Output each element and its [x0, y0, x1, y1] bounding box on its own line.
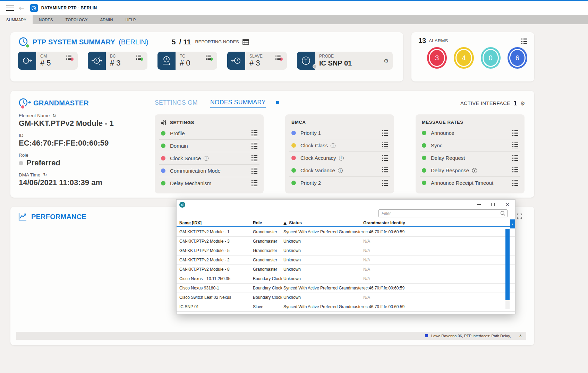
table-row[interactable]: Cisco Nexus 93180-1Boundary ClockSynced … — [177, 283, 515, 293]
close-button[interactable]: × — [505, 202, 510, 207]
list-icon[interactable] — [512, 155, 518, 161]
table-row[interactable]: GM-KKT.PTPv2 Module - 1GrandmasterSynced… — [177, 227, 515, 236]
table-row[interactable]: LK3057-V1-A-VLFWKSlaveSynced With Active… — [177, 311, 515, 314]
alarm-count: 13 — [418, 37, 426, 45]
grandmaster-card: GRANDMASTER Element Name ↻ GM-KKT.PTPv2 … — [10, 91, 534, 198]
refresh-icon[interactable]: ↻ — [43, 172, 47, 177]
alarm-value: 4 — [457, 50, 471, 66]
chevron-up-icon[interactable]: ∧ — [519, 333, 522, 338]
alarm-circle-critical[interactable]: 3 — [427, 47, 447, 69]
bmca-row[interactable]: Priority 1 — [289, 127, 390, 139]
table-row[interactable]: GM-KKT.PTPv2 Module - 5GrandmasterUnknow… — [177, 246, 515, 255]
list-icon[interactable] — [66, 55, 71, 60]
list-icon[interactable] — [275, 55, 280, 60]
column-header-role[interactable]: Role — [253, 220, 283, 225]
rate-row[interactable]: Delay Response — [420, 164, 520, 176]
rate-row[interactable]: Announce Receipt Timeout — [420, 176, 520, 189]
status-dot — [161, 181, 165, 185]
list-icon[interactable] — [136, 55, 141, 60]
list-icon[interactable] — [252, 143, 257, 149]
alarm-list-icon[interactable] — [521, 38, 527, 44]
rate-row[interactable]: Delay Request — [420, 151, 520, 164]
list-icon[interactable] — [252, 180, 257, 186]
status-dot — [161, 168, 165, 173]
refresh-icon[interactable]: ↻ — [52, 113, 56, 118]
nav-tab-nodes[interactable]: NODES — [33, 15, 59, 24]
gear-icon[interactable]: ⚙ — [520, 100, 525, 107]
setting-row[interactable]: Delay Mechanism — [159, 177, 259, 189]
scrollbar-thumb[interactable] — [505, 229, 510, 300]
summary-region: (BERLIN) — [119, 38, 148, 46]
gear-icon[interactable]: ⚙ — [384, 58, 389, 64]
chip-type-label: PROBE — [319, 54, 393, 59]
setting-row[interactable]: Clock Source — [159, 152, 259, 164]
table-row[interactable]: IC SNP 01SlaveSynced With Active Preferr… — [177, 302, 515, 311]
column-header-status[interactable]: ▲Status — [283, 220, 363, 225]
list-icon[interactable] — [252, 168, 257, 174]
list-icon[interactable] — [252, 155, 257, 161]
nav-tab-help[interactable]: HELP — [119, 15, 142, 24]
alarm-circle-major[interactable]: 4 — [454, 47, 474, 69]
setting-row[interactable]: Domain — [159, 139, 259, 152]
nav-tab-topology[interactable]: TOPOLOGY — [59, 15, 94, 24]
list-icon[interactable] — [382, 167, 388, 173]
node-chip-probe[interactable]: PROBE IC SNP 01 ⚙ — [297, 52, 393, 70]
list-icon[interactable] — [512, 167, 518, 173]
app-clock-icon — [30, 4, 38, 12]
table-row[interactable]: GM-KKT.PTPv2 Module - 3GrandmasterUnknow… — [177, 236, 515, 246]
rate-row[interactable]: Sync — [420, 139, 520, 151]
tab-settings-gm[interactable]: SETTINGS GM — [155, 99, 198, 108]
node-chip-tc[interactable]: TC # 0 — [157, 52, 217, 70]
filter-input[interactable] — [378, 209, 508, 217]
probe-status-dot — [313, 64, 317, 69]
alarm-circle-info[interactable]: 6 — [508, 47, 527, 69]
alarm-circle-minor[interactable]: 0 — [481, 47, 501, 69]
dataminer-logo: d — [179, 202, 185, 208]
list-icon[interactable] — [206, 55, 211, 60]
search-icon[interactable] — [500, 211, 505, 216]
list-icon[interactable] — [382, 142, 388, 148]
node-chip-bc[interactable]: BC # 3 — [88, 52, 147, 70]
list-icon[interactable] — [512, 130, 518, 136]
table-row[interactable]: Cisco Nexus - 10.11.250.35Boundary Clock… — [177, 274, 515, 283]
setting-row[interactable]: Profile — [159, 127, 259, 139]
list-icon[interactable] — [382, 180, 388, 186]
hamburger-menu-icon[interactable] — [6, 6, 14, 11]
column-header-identity[interactable]: Grandmaster Identity — [363, 220, 500, 225]
dma-time-value: 14/06/2021 11:03:39 am — [19, 178, 155, 187]
bmca-row[interactable]: Clock Class — [289, 139, 390, 151]
bmca-row[interactable]: Priority 2 — [289, 176, 390, 189]
bmca-row[interactable]: Clock Variance — [289, 164, 390, 176]
expand-icon[interactable] — [517, 214, 522, 220]
probe-mini-icon — [472, 168, 477, 173]
minimize-button[interactable] — [477, 204, 481, 205]
table-row[interactable]: GM-KKT.PTPv2 Module - 2GrandmasterUnknow… — [177, 255, 515, 264]
table-grid-icon[interactable] — [242, 39, 249, 45]
back-arrow-icon[interactable]: ← — [19, 4, 25, 12]
table-row[interactable]: GM-KKT.PTPv2 Module - 8GrandmasterUnknow… — [177, 264, 515, 274]
tab-nodes-summary[interactable]: NODES SUMMARY — [210, 99, 266, 108]
scrollbar-track[interactable] — [505, 229, 510, 309]
maximize-button[interactable] — [491, 203, 495, 206]
node-chip-slave[interactable]: SLAVE # 3 — [227, 52, 287, 70]
list-icon[interactable] — [512, 180, 518, 186]
setting-row[interactable]: Communication Mode — [159, 164, 259, 177]
bmca-row[interactable]: Clock Accuracy — [289, 151, 390, 164]
list-icon[interactable] — [382, 130, 388, 136]
dma-time-label: DMA Time — [19, 172, 40, 177]
nav-tab-admin[interactable]: ADMIN — [94, 15, 119, 24]
popup-titlebar[interactable]: d × — [177, 200, 515, 209]
column-header-name[interactable]: Name [IDX] — [179, 220, 253, 225]
titlebar: ← DATAMINER PTP - BERLIN — [0, 1, 588, 15]
grandmaster-title: GRANDMASTER — [33, 99, 89, 107]
nav-tab-summary[interactable]: SUMMARY — [0, 15, 33, 24]
collapse-panel-tab[interactable]: ‹ — [510, 219, 515, 228]
alarm-value: 3 — [430, 50, 444, 66]
list-icon[interactable] — [252, 130, 257, 136]
rate-row[interactable]: Announce — [420, 127, 520, 139]
node-chip-gm[interactable]: GM # 5 — [18, 52, 78, 70]
info-icon — [338, 168, 343, 173]
list-icon[interactable] — [512, 142, 518, 148]
table-row[interactable]: Cisco Switch Leaf 02 NexusBoundary Clock… — [177, 293, 515, 302]
list-icon[interactable] — [382, 155, 388, 161]
